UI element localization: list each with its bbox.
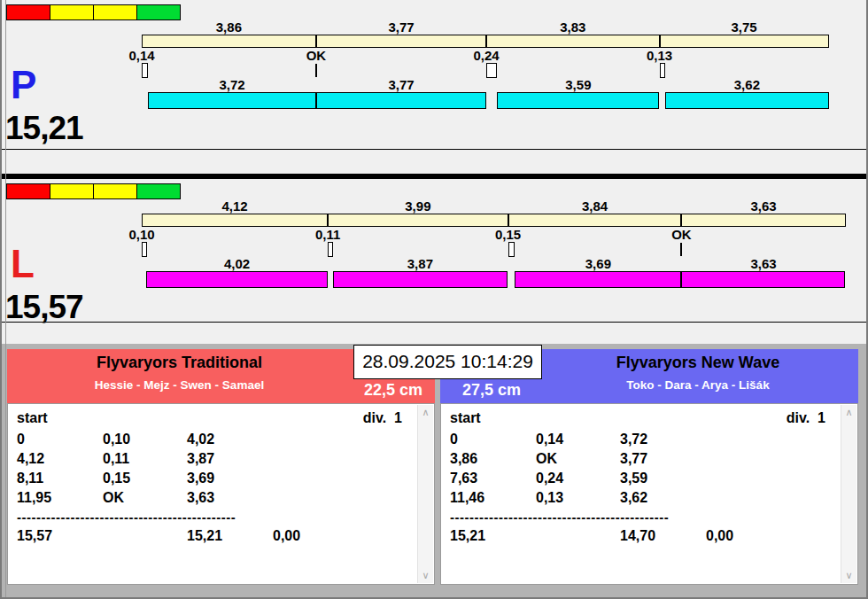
team-name: Flyvaryors Traditional: [7, 354, 352, 372]
start-light: [93, 4, 137, 20]
sheet-division-label: div. 1: [363, 410, 402, 426]
team-block-new-wave: Flyvaryors New Wave Toko - Dara - Arya -…: [440, 349, 858, 585]
window-frame-left: [0, 0, 2, 599]
lane-panel-right: P 15,21 3,863,773,833,750,143,72OK3,770,…: [2, 0, 866, 150]
gap-time-label: 0,14: [105, 49, 179, 62]
sheet-cell: OK: [103, 490, 124, 506]
gap-marker: [486, 63, 497, 78]
split-time-label: 3,63: [726, 199, 801, 213]
sheet-separator: ----------------------------------------…: [17, 510, 236, 525]
split-tick: [327, 214, 329, 227]
sheet-total-cell: 0,00: [706, 528, 733, 544]
team-members: Toko - Dara - Arya - Lišák: [538, 378, 858, 392]
split-time-label: 3,86: [191, 20, 266, 34]
split-tick: [315, 35, 317, 48]
dog-run-bar: [515, 271, 681, 288]
sheet-division-label: div. 1: [787, 410, 825, 426]
gap-marker: [328, 242, 333, 257]
split-time-label: 3,99: [381, 199, 455, 213]
results-panel: Flyvaryors Traditional Hessie - Mejz - S…: [2, 344, 866, 597]
gap-marker: [660, 63, 666, 78]
sheet-start-label: start: [450, 410, 481, 426]
scrollbar-up-icon[interactable]: ∧: [841, 407, 856, 418]
sheet-total-cell: 15,21: [187, 528, 222, 544]
split-tick: [485, 35, 487, 48]
gap-time-label: 0,11: [291, 228, 365, 241]
start-light: [50, 4, 94, 20]
scrollbar[interactable]: ∧ ∨: [417, 405, 433, 583]
sheet-cell: OK: [536, 451, 557, 467]
jump-height: 22,5 cm: [352, 381, 435, 400]
split-tick: [659, 35, 661, 48]
dog-run-bar: [316, 92, 486, 109]
dog-run-bar: [333, 271, 508, 288]
scrollbar-up-icon[interactable]: ∧: [418, 407, 433, 418]
sheet-start-label: start: [17, 410, 48, 426]
splits-bar: [142, 214, 846, 227]
split-time-label: 4,12: [198, 199, 272, 213]
sheet-cell: 3,87: [187, 451, 214, 467]
start-light: [6, 4, 50, 20]
run-time-label: 3,72: [195, 78, 269, 91]
team-name: Flyvaryors New Wave: [538, 354, 858, 372]
scrollbar[interactable]: ∧ ∨: [841, 405, 856, 583]
split-time-label: 3,84: [558, 199, 632, 213]
gap-marker: [142, 242, 147, 257]
sheet-cell: 0,10: [103, 432, 130, 447]
gap-ok-marker: [680, 243, 682, 256]
start-lights: [7, 183, 181, 199]
gap-time-label: OK: [644, 228, 718, 241]
flyball-timing-window: P 15,21 3,863,773,833,750,143,72OK3,770,…: [0, 0, 868, 599]
split-time-label: 3,77: [364, 20, 438, 34]
sheet-cell: 3,63: [187, 490, 214, 506]
split-tick: [680, 214, 682, 227]
lane-total-time: 15,21: [5, 112, 83, 144]
sheet-cell: 3,77: [620, 451, 647, 467]
lane-total-time: 15,57: [5, 291, 83, 323]
sheet-total-cell: 15,21: [450, 528, 485, 544]
run-time-label: 3,62: [709, 78, 784, 91]
gap-marker: [142, 63, 148, 78]
dog-run-bar: [497, 92, 659, 109]
sheet-separator: ----------------------------------------…: [450, 510, 669, 525]
jump-height: 27,5 cm: [443, 381, 540, 400]
start-light: [93, 183, 137, 199]
sheet-cell: 8,11: [17, 471, 43, 486]
sheet-cell: 0,11: [103, 451, 129, 467]
window-frame-left-inner: [5, 0, 6, 599]
sheet-cell: 0,13: [536, 490, 563, 506]
scrollbar-down-icon[interactable]: ∨: [841, 570, 856, 581]
sheet-total-cell: 15,57: [17, 528, 52, 544]
datetime-display: 28.09.2025 10:14:29: [353, 345, 542, 379]
gap-time-label: 0,15: [471, 228, 546, 241]
sheet-cell: 3,72: [620, 432, 647, 447]
dog-run-bar: [665, 92, 829, 109]
team-members: Hessie - Mejz - Swen - Samael: [7, 378, 352, 392]
run-time-label: 3,59: [541, 78, 616, 91]
start-lights: [7, 4, 181, 20]
gap-time-label: OK: [279, 49, 353, 62]
start-light: [136, 4, 181, 20]
sheet-cell: 0: [450, 432, 458, 447]
lane-panel-left: L 15,57 4,123,993,843,630,104,020,113,87…: [2, 179, 866, 323]
scrollbar-down-icon[interactable]: ∨: [418, 570, 433, 581]
sheet-cell: 0,24: [536, 471, 563, 486]
split-tick: [508, 214, 509, 227]
sheet-cell: 3,59: [620, 471, 647, 486]
sheet-total-cell: 14,70: [620, 528, 655, 544]
sheet-cell: 3,69: [187, 471, 214, 486]
gap-ok-marker: [315, 64, 317, 77]
split-time-label: 3,83: [536, 20, 610, 34]
run-time-label: 4,02: [200, 257, 275, 270]
run-time-label: 3,77: [364, 78, 438, 91]
start-light: [50, 183, 94, 199]
team-block-traditional: Flyvaryors Traditional Hessie - Mejz - S…: [7, 349, 435, 585]
gap-marker: [508, 242, 515, 257]
sheet-cell: 11,46: [450, 490, 484, 506]
run-time-label: 3,87: [383, 257, 457, 270]
start-light: [136, 183, 181, 199]
sheet-cell: 11,95: [17, 490, 51, 506]
results-sheet: start div. 1 ---------------------------…: [440, 403, 858, 585]
dog-run-bar: [146, 271, 328, 288]
sheet-cell: 7,63: [450, 471, 477, 486]
